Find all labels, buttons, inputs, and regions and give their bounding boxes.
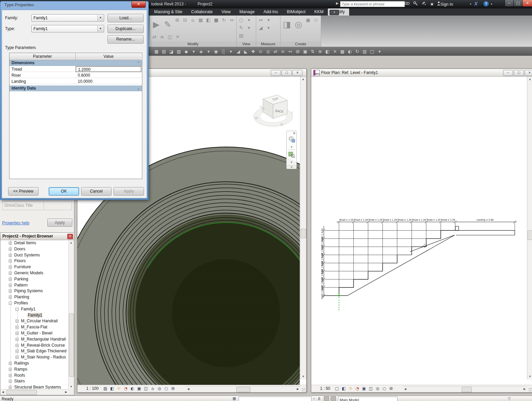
tree-item[interactable]: -Family1 [1, 306, 68, 312]
dropdown-icon[interactable]: ▾ [227, 47, 235, 56]
panel-label[interactable]: View [237, 42, 256, 47]
scroll-down-icon[interactable]: ▼ [69, 384, 74, 390]
design-options-select[interactable]: Main Model [338, 397, 397, 401]
tree-item[interactable]: +Stairs [1, 378, 68, 384]
panel-label[interactable]: Measure [256, 42, 280, 47]
chevron-down-icon[interactable]: ▼ [97, 15, 103, 21]
expand-icon[interactable]: + [9, 386, 12, 389]
dropdown-icon[interactable]: ▾ [205, 47, 212, 56]
measure-angle-icon[interactable]: ◢ [257, 24, 265, 32]
properties-help-link[interactable]: Properties help [2, 221, 29, 225]
favorites-star-icon[interactable]: ★ [429, 1, 435, 7]
tree-item[interactable]: +Floors [1, 258, 68, 264]
expand-icon[interactable]: + [16, 332, 19, 335]
tree-item[interactable]: +M_Reveal-Brick Course [1, 343, 68, 349]
table-row[interactable]: Riser 0.6000 [9, 72, 142, 78]
visual-style-icon[interactable]: ◧ [109, 385, 116, 392]
expand-icon[interactable]: + [9, 266, 12, 269]
tree-item[interactable]: +Detail Items [1, 240, 68, 246]
move-icon[interactable]: ↔ [228, 16, 236, 24]
search-icon[interactable] [404, 1, 410, 7]
solid-icon[interactable]: ◆ [183, 47, 190, 56]
collapse-icon[interactable]: - [9, 302, 12, 305]
shade-icon[interactable]: ◐ [346, 47, 354, 56]
close-icon[interactable]: ✕ [131, 1, 146, 8]
zoom-dropdown-icon[interactable]: ▼ [287, 161, 296, 164]
shadows-icon[interactable]: ◔ [354, 385, 361, 392]
table-row[interactable]: Landing 10.0000 [9, 78, 142, 84]
load-button[interactable]: Load... [107, 14, 144, 22]
vertical-scrollbar[interactable]: ▲ ▼ [300, 77, 306, 379]
visual-style-icon[interactable]: ◧ [340, 385, 347, 392]
tab-bimobject[interactable]: BIMobject [282, 8, 310, 16]
tree-item[interactable]: +Piping Systems [1, 288, 68, 294]
ribbon-display-toggle[interactable]: ▼ [330, 10, 339, 15]
close-button[interactable]: ✕ [522, 0, 532, 7]
tree-item[interactable]: Family1 [1, 312, 68, 319]
tree-item[interactable]: +M_Rectangular Handrail [1, 336, 68, 343]
table-row[interactable]: Tread 1.2000 [9, 66, 142, 72]
stretch-icon[interactable]: ↔ [287, 47, 294, 56]
scroll-up-icon[interactable]: ▲ [527, 77, 532, 82]
expand-icon[interactable]: + [9, 290, 12, 293]
close-icon[interactable]: ✕ [67, 234, 73, 239]
scrollbar-thumb[interactable] [528, 230, 532, 240]
panel-label[interactable]: Create [281, 42, 321, 47]
measure-length-icon[interactable]: ↔ [257, 16, 265, 24]
navbar-close-icon[interactable]: ⊗ [287, 131, 296, 135]
resize-grip[interactable] [302, 388, 306, 392]
horizontal-scrollbar[interactable]: ◀ ▶ [403, 386, 527, 392]
tree-item[interactable]: +M_Slab Edge-Thickened [1, 348, 68, 354]
vertical-scrollbar[interactable]: ▲ ▼ [68, 240, 74, 390]
resize-grip[interactable] [529, 388, 532, 392]
paintbrush-icon[interactable]: ✎ [237, 24, 245, 32]
expand-icon[interactable]: + [9, 380, 12, 383]
graphics-icon[interactable]: ▦ [153, 47, 160, 56]
tab-collaborate[interactable]: Collaborate [187, 8, 217, 16]
scale-icon[interactable]: ◧ [204, 16, 212, 24]
sun-path-icon[interactable]: ☼ [116, 385, 122, 392]
crop-view-icon[interactable]: ▣ [136, 385, 143, 392]
shadows-icon[interactable]: ◔ [122, 385, 129, 392]
viewcube[interactable]: W N E TOP BACK LEFT [251, 91, 296, 129]
crop-view-icon[interactable]: ▣ [361, 385, 367, 392]
tree-item[interactable]: +M_Circular Handrail [1, 318, 68, 324]
design-option-icon[interactable] [331, 396, 336, 401]
point-icon[interactable]: ◉ [212, 47, 220, 56]
tree-item[interactable]: +Pattern [1, 282, 68, 289]
subscription-key-icon[interactable] [412, 1, 419, 7]
rotate-tool-icon[interactable]: ↻ [354, 47, 361, 56]
sheet-icon[interactable]: ◪ [168, 47, 175, 56]
grid-icon[interactable]: ⊞ [294, 47, 301, 56]
steering-wheel-icon[interactable] [287, 136, 296, 145]
overflow-icon[interactable]: ▾ [376, 47, 383, 56]
updown-icon[interactable]: ⇅ [309, 47, 316, 56]
create-group-icon[interactable]: ◎ [293, 16, 304, 33]
sign-in-dropdown-icon[interactable]: ▾ [470, 2, 471, 6]
restore-button[interactable]: ▢ [282, 70, 292, 76]
view-scale[interactable]: 1 : 50 [320, 385, 330, 392]
minimize-button[interactable]: ─ [503, 70, 513, 76]
exchange-apps-icon[interactable]: X [474, 1, 478, 6]
rotate-icon[interactable]: ↻ [220, 16, 228, 24]
worksets-icon[interactable]: ▦ [233, 396, 236, 401]
tree-item[interactable]: +Ramps [1, 367, 68, 373]
create-similar-icon[interactable]: ◨ [281, 16, 293, 33]
worksets-select[interactable] [239, 397, 312, 401]
restore-button[interactable]: ▢ [514, 70, 524, 76]
group-identity-data[interactable]: Identity Data⌄ [9, 85, 142, 91]
tab-manage[interactable]: Manage [235, 8, 259, 16]
view-scale[interactable]: 1 : 100 [86, 385, 99, 392]
apply-button[interactable]: Apply [114, 187, 144, 196]
tab-kkm[interactable]: KKM [310, 8, 328, 16]
horizontal-scrollbar[interactable]: ◀ ▶ [186, 386, 300, 392]
tree-item[interactable]: +M_Fascia-Flat [1, 324, 68, 330]
family-select[interactable]: Family1▼ [31, 14, 104, 22]
align-icon[interactable]: ⊞ [173, 16, 181, 24]
scroll-left-icon[interactable]: ◀ [403, 386, 408, 392]
reveal-hidden-icon[interactable]: ○ [163, 385, 170, 392]
temporary-hide-icon[interactable]: ◎ [374, 385, 381, 392]
collapse-icon[interactable]: - [16, 308, 19, 311]
worksharing-display-icon[interactable]: ⊞ [388, 385, 394, 392]
column-header-parameter[interactable]: Parameter [9, 53, 76, 60]
